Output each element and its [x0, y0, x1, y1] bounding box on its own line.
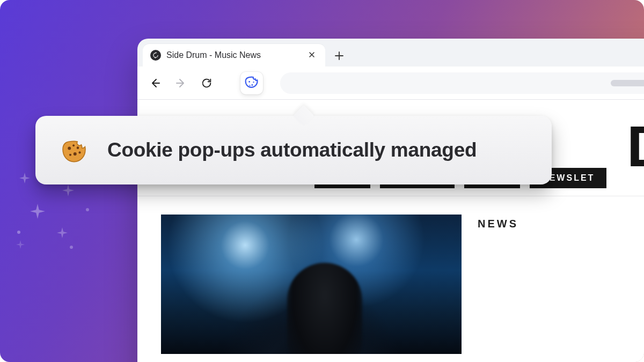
sparkle-dot: [17, 231, 20, 234]
sparkle-icon: [30, 204, 45, 219]
tab-close-button[interactable]: [306, 48, 318, 62]
sparkle-icon: [62, 184, 74, 196]
back-button[interactable]: [147, 75, 163, 91]
tooltip-message: Cookie pop-ups automatically managed: [107, 139, 477, 161]
addr-placeholder: [611, 80, 644, 86]
cookie-icon: [59, 135, 89, 165]
sparkle-icon: [16, 240, 25, 249]
site-logo-text: DRU: [627, 113, 644, 180]
svg-point-2: [253, 82, 254, 83]
reload-button[interactable]: [199, 75, 215, 91]
new-tab-button[interactable]: [330, 46, 349, 65]
svg-point-4: [68, 147, 71, 150]
cookie-tooltip: Cookie pop-ups automatically managed: [35, 116, 552, 184]
promo-stage: Side Drum - Music News: [0, 0, 644, 362]
svg-point-3: [249, 85, 250, 86]
svg-point-6: [77, 146, 79, 149]
sparkle-dot: [86, 208, 89, 211]
browser-window: Side Drum - Music News: [137, 39, 644, 362]
sparkle-dot: [70, 246, 73, 249]
cookie-outline-icon: [244, 76, 259, 91]
sparkle-icon: [19, 173, 30, 183]
tab-title: Side Drum - Music News: [166, 50, 261, 60]
svg-point-7: [69, 154, 71, 156]
tab-strip: Side Drum - Music News: [137, 39, 644, 67]
hero-image: [161, 215, 462, 354]
svg-point-8: [72, 144, 75, 146]
svg-point-9: [78, 151, 80, 153]
svg-point-1: [251, 84, 253, 86]
svg-point-5: [74, 152, 77, 156]
browser-toolbar: [137, 67, 644, 100]
forward-button[interactable]: [173, 75, 189, 91]
tab-favicon-icon: [150, 50, 161, 61]
svg-point-0: [248, 80, 250, 82]
sparkle-icon: [57, 227, 68, 238]
browser-tab[interactable]: Side Drum - Music News: [143, 44, 325, 67]
cookie-protection-indicator[interactable]: [240, 72, 263, 94]
article-area: NEWS: [137, 196, 644, 354]
address-bar[interactable]: [280, 72, 644, 94]
sidebar-column: NEWS: [478, 215, 518, 354]
sidebar-heading: NEWS: [478, 218, 518, 230]
